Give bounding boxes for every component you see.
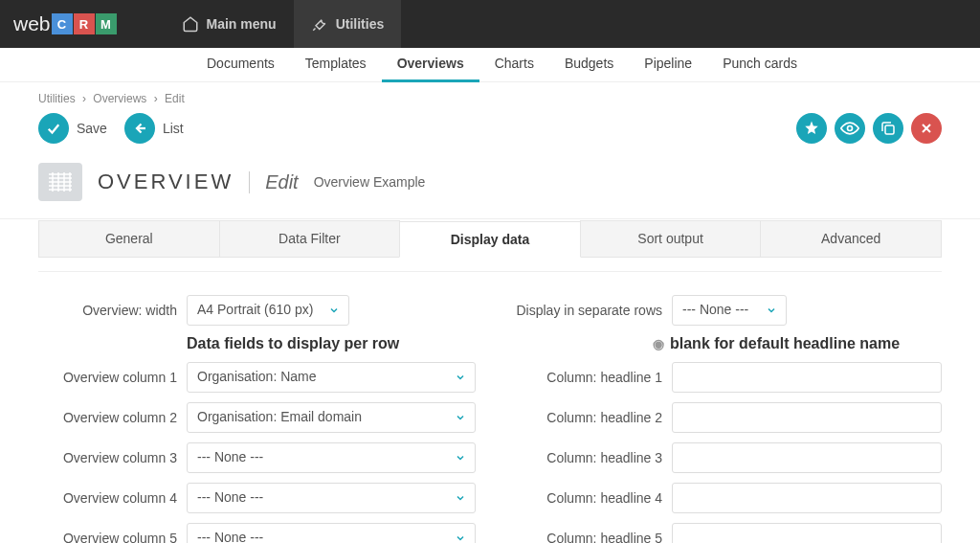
input-headline-5[interactable] (672, 523, 942, 543)
page-mode: Edit (249, 171, 298, 193)
input-headline-4[interactable] (672, 483, 942, 513)
subnav-punchcards[interactable]: Punch cards (707, 47, 813, 82)
label-h5: Column: headline 5 (504, 531, 672, 543)
select-col1[interactable]: Organisation: Name (187, 362, 476, 393)
select-col5[interactable]: --- None --- (187, 523, 476, 543)
label-col5: Overview column 5 (38, 531, 187, 543)
check-icon (45, 120, 62, 137)
input-headline-3[interactable] (672, 442, 942, 473)
subnav-charts[interactable]: Charts (479, 47, 549, 82)
breadcrumb: Utilities › Overviews › Edit (0, 82, 980, 109)
sub-nav: Documents Templates Overviews Charts Bud… (0, 48, 980, 82)
page-title: OVERVIEW (98, 170, 234, 194)
label-col4: Overview column 4 (38, 490, 187, 506)
config-tabs: General Data Filter Display data Sort ou… (38, 220, 942, 258)
top-nav: Main menu Utilities (165, 0, 402, 48)
subnav-documents[interactable]: Documents (191, 47, 290, 82)
logo-r: R (74, 13, 95, 34)
favorite-button[interactable] (796, 113, 827, 144)
list-label: List (163, 121, 184, 136)
save-button[interactable] (38, 113, 69, 144)
display-data-form: Overview: width A4 Portrait (610 px) Dat… (0, 272, 980, 543)
preview-button[interactable] (835, 113, 865, 144)
label-h1: Column: headline 1 (504, 370, 672, 385)
select-overview-width[interactable]: A4 Portrait (610 px) (187, 295, 349, 326)
logo-m: M (96, 13, 117, 34)
left-column: Overview: width A4 Portrait (610 px) Dat… (38, 295, 476, 543)
label-display-separate: Display in separate rows (504, 303, 672, 318)
blank-headlines-title: ◉ blank for default headline name (672, 335, 942, 352)
label-col2: Overview column 2 (38, 410, 187, 425)
subnav-pipeline[interactable]: Pipeline (629, 47, 707, 82)
crumb-utilities[interactable]: Utilities (38, 92, 76, 105)
right-column: Display in separate rows --- None --- ◉ … (504, 295, 942, 543)
label-col3: Overview column 3 (38, 450, 187, 465)
table-icon (47, 171, 74, 192)
nav-utilities[interactable]: Utilities (294, 0, 402, 48)
subnav-overviews[interactable]: Overviews (382, 47, 479, 82)
overview-icon (38, 163, 82, 201)
logo-c: C (52, 13, 73, 34)
star-plus-icon (803, 120, 820, 137)
nav-main-menu[interactable]: Main menu (165, 0, 294, 48)
label-overview-width: Overview: width (38, 303, 187, 318)
copy-icon (880, 120, 897, 137)
label-h3: Column: headline 3 (504, 450, 672, 465)
input-headline-2[interactable] (672, 402, 942, 433)
crumb-overviews[interactable]: Overviews (93, 92, 146, 105)
wrench-icon (311, 15, 328, 33)
select-col4[interactable]: --- None --- (187, 483, 476, 513)
tab-general[interactable]: General (38, 220, 220, 257)
svg-point-2 (848, 126, 853, 131)
select-col2[interactable]: Organisation: Email domain (187, 402, 476, 433)
tab-advanced[interactable]: Advanced (760, 220, 942, 257)
home-icon (182, 15, 199, 33)
input-headline-1[interactable] (672, 362, 942, 393)
label-h4: Column: headline 4 (504, 490, 672, 506)
top-header: web C R M Main menu Utilities (0, 0, 980, 48)
help-icon[interactable]: ◉ (653, 336, 664, 351)
select-col3[interactable]: --- None --- (187, 442, 476, 473)
action-bar: Save List (0, 109, 980, 153)
svg-marker-1 (805, 122, 818, 135)
copy-button[interactable] (873, 113, 903, 144)
delete-button[interactable] (911, 113, 942, 144)
page-header: OVERVIEW Edit Overview Example (0, 153, 980, 219)
arrow-left-icon (131, 120, 148, 137)
svg-rect-3 (885, 125, 894, 134)
label-h2: Column: headline 2 (504, 410, 672, 425)
tab-sort-output[interactable]: Sort output (580, 220, 762, 257)
list-button[interactable] (124, 113, 155, 144)
eye-icon (840, 119, 859, 138)
tab-display-data[interactable]: Display data (399, 221, 581, 258)
logo-web: web (13, 12, 51, 35)
logo: web C R M (13, 12, 117, 35)
subnav-templates[interactable]: Templates (290, 47, 382, 82)
select-display-separate[interactable]: --- None --- (672, 295, 787, 326)
save-label: Save (77, 121, 107, 136)
x-icon (919, 121, 934, 136)
data-fields-title: Data fields to display per row (187, 335, 476, 352)
page-example: Overview Example (314, 174, 426, 190)
crumb-edit: Edit (165, 92, 185, 105)
label-col1: Overview column 1 (38, 370, 187, 385)
tab-data-filter[interactable]: Data Filter (219, 220, 401, 257)
subnav-budgets[interactable]: Budgets (549, 47, 629, 82)
